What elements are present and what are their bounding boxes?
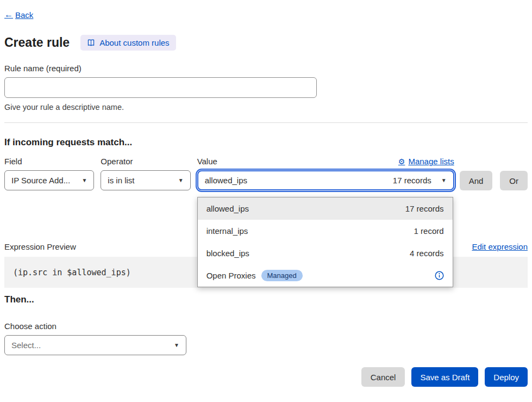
about-custom-rules-link[interactable]: About custom rules [80, 35, 176, 51]
title-row: Create rule About custom rules [4, 35, 528, 51]
value-column: Value ⚙Manage lists allowed_ips 17 recor… [197, 157, 454, 190]
gear-icon: ⚙ [398, 157, 405, 166]
create-rule-page: ←Back Create rule About custom rules Rul… [0, 0, 532, 402]
value-select-right: 17 records ▼ [393, 176, 447, 185]
list-item-name: internal_ips [206, 226, 248, 236]
page-title: Create rule [4, 35, 70, 50]
list-item-meta: 1 record [414, 226, 444, 236]
field-column: Field IP Source Add... ▼ [4, 157, 94, 190]
managed-badge: Managed [261, 270, 303, 281]
chevron-down-icon: ▼ [82, 178, 87, 183]
chevron-down-icon: ▼ [174, 343, 179, 348]
rule-name-input[interactable] [4, 77, 317, 98]
back-label: Back [15, 10, 33, 20]
value-select-meta: 17 records [393, 176, 431, 185]
operator-select-value: is in list [108, 176, 134, 185]
about-custom-rules-label: About custom rules [99, 38, 169, 47]
footer-actions: Cancel Save as Draft Deploy [4, 367, 528, 387]
back-link[interactable]: ←Back [4, 10, 33, 20]
list-item[interactable]: Open Proxies Managed [198, 264, 453, 287]
deploy-button[interactable]: Deploy [485, 367, 528, 387]
match-condition-row: Field IP Source Add... ▼ Operator is in … [4, 157, 528, 190]
list-item-meta: 17 records [405, 204, 444, 213]
back-arrow-icon: ← [4, 10, 13, 20]
chevron-down-icon: ▼ [178, 178, 184, 183]
book-icon [87, 39, 95, 47]
value-select[interactable]: allowed_ips 17 records ▼ [197, 170, 454, 190]
value-dropdown-panel: allowed_ips 17 records internal_ips 1 re… [197, 197, 453, 287]
field-select[interactable]: IP Source Add... ▼ [4, 170, 94, 190]
match-heading: If incoming requests match... [4, 137, 528, 148]
operator-select[interactable]: is in list ▼ [101, 170, 190, 190]
value-header: Value ⚙Manage lists [197, 157, 454, 166]
choose-action-label: Choose action [4, 321, 528, 331]
action-select[interactable]: Select... ▼ [4, 335, 186, 355]
action-select-placeholder: Select... [11, 341, 41, 350]
chevron-down-icon: ▼ [441, 178, 447, 183]
section-divider [4, 122, 528, 123]
manage-lists-link[interactable]: ⚙Manage lists [398, 157, 454, 166]
list-item-left: Open Proxies Managed [206, 270, 303, 281]
value-label: Value [197, 157, 217, 166]
operator-label: Operator [101, 157, 190, 166]
cancel-button[interactable]: Cancel [361, 367, 405, 387]
rule-name-label: Rule name (required) [4, 64, 528, 73]
and-or-buttons: And Or [460, 171, 528, 190]
and-button[interactable]: And [460, 171, 493, 190]
list-item-name: allowed_ips [206, 204, 249, 213]
value-select-value: allowed_ips [205, 176, 247, 185]
then-heading: Then... [4, 294, 528, 305]
field-label: Field [4, 157, 94, 166]
edit-expression-link[interactable]: Edit expression [472, 242, 528, 251]
operator-column: Operator is in list ▼ [101, 157, 190, 190]
list-item[interactable]: internal_ips 1 record [198, 220, 453, 242]
or-button[interactable]: Or [500, 171, 528, 190]
list-item-name: blocked_ips [206, 249, 249, 258]
rule-name-helper: Give your rule a descriptive name. [4, 103, 528, 112]
list-item-name: Open Proxies [206, 271, 256, 280]
list-item-meta: 4 records [410, 249, 444, 258]
info-icon[interactable] [435, 271, 444, 280]
expression-code: (ip.src in $allowed_ips) [13, 268, 131, 277]
save-as-draft-button[interactable]: Save as Draft [411, 367, 478, 387]
expression-preview-label: Expression Preview [4, 242, 76, 251]
manage-lists-label: Manage lists [408, 157, 454, 166]
list-item[interactable]: allowed_ips 17 records [198, 197, 453, 220]
field-select-value: IP Source Add... [11, 176, 70, 185]
list-item[interactable]: blocked_ips 4 records [198, 242, 453, 264]
